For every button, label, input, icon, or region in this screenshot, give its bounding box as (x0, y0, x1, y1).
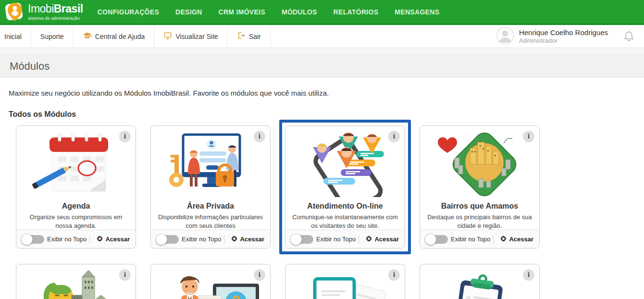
navy-clipboard-green-clip-illustration (420, 264, 539, 299)
exibir-no-topo-toggle[interactable] (22, 235, 44, 244)
gear-icon (231, 236, 237, 243)
module-footer: Exibir no Topo Acessar (285, 230, 405, 248)
main-menu: CONFIGURAÇÕES DESIGN CRM IMÓVEIS MÓDULOS… (98, 8, 440, 16)
modules-grid-row-1: i (16, 125, 545, 249)
module-title: Agenda (16, 202, 136, 211)
calendar-with-pencil-illustration (16, 126, 136, 197)
user-role: Administrador (519, 37, 608, 44)
toggle-label: Exibir no Topo (313, 236, 359, 243)
module-description: Destaque os principais bairros de sua ci… (420, 211, 539, 230)
info-icon[interactable]: i (388, 131, 400, 142)
page-title-band: Módulos (0, 55, 644, 77)
toggle-label: Exibir no Topo (448, 236, 493, 243)
module-card-atendimento-online: i (285, 125, 405, 249)
acessar-link[interactable]: Acessar (359, 236, 399, 243)
menu-item-mensagens[interactable]: MENSAGENS (395, 8, 439, 16)
module-footer: Exibir no Topo Acessar (420, 230, 539, 248)
page-intro: Maximize seu negócio utilizando os Módul… (9, 89, 644, 97)
toggle-label: Exibir no Topo (44, 236, 89, 243)
monitor-icon (163, 31, 172, 41)
module-description: Comunique-se instantaneamente com os vis… (285, 211, 405, 230)
man-paper-stack-secure-monitor-illustration (151, 264, 270, 299)
info-icon[interactable]: i (254, 131, 265, 142)
module-card-area-privada: i (150, 125, 271, 249)
highlight-outline: i (279, 120, 411, 254)
user-name: Henrique Coelho Rodrigues (519, 28, 608, 37)
acessar-link[interactable]: Acessar (90, 236, 130, 243)
module-footer: Exibir no Topo Acessar (16, 230, 136, 248)
module-card-agenda: i (16, 125, 136, 249)
menu-item-configuracoes[interactable]: CONFIGURAÇÕES (98, 8, 159, 16)
module-description: Organize seus compromissos em nossa agen… (16, 211, 136, 230)
secondary-toolbar: Inicial Suporte Central de Ajuda Visuali… (0, 25, 644, 48)
toolbar-item-inicial[interactable]: Inicial (0, 25, 31, 48)
modules-page-content: Maximize seu negócio utilizando os Módul… (0, 77, 644, 299)
gear-icon (366, 236, 372, 243)
page-gap (0, 48, 644, 55)
top-navbar: ImobiBrasil sistema de administração CON… (0, 0, 644, 25)
info-icon[interactable]: i (523, 131, 534, 142)
info-icon[interactable]: i (119, 269, 131, 281)
page-title: Módulos (10, 60, 50, 73)
heart-isometric-city-illustration (420, 126, 539, 197)
graduation-cap-icon (83, 31, 92, 42)
modules-grid-row-2: i (16, 264, 545, 299)
phone-chat-people-pins-illustration (285, 126, 405, 197)
exibir-no-topo-toggle[interactable] (291, 235, 313, 244)
avatar (496, 26, 514, 47)
module-card-bairros-que-amamos: i (420, 125, 540, 249)
info-icon[interactable]: i (523, 269, 534, 281)
user-menu[interactable]: Henrique Coelho Rodrigues Administrador (496, 26, 608, 47)
toolbar-item-visualizar-site[interactable]: Visualizar Site (154, 25, 227, 48)
acessar-link[interactable]: Acessar (224, 236, 264, 243)
menu-item-relatorios[interactable]: RELATÓRIOS (334, 8, 379, 16)
mascot-with-city-buildings-illustration (16, 264, 136, 299)
acessar-link[interactable]: Acessar (494, 236, 533, 243)
toolbar-item-suporte[interactable]: Suporte (31, 25, 74, 48)
gear-icon (97, 236, 103, 243)
menu-item-modulos[interactable]: MÓDULOS (282, 8, 317, 16)
notifications-bell-icon[interactable] (622, 30, 635, 43)
logo-wordmark: ImobiBrasil (28, 3, 83, 14)
info-icon[interactable]: i (254, 269, 265, 281)
toolbar-item-central-de-ajuda[interactable]: Central de Ajuda (74, 25, 155, 48)
info-icon[interactable]: i (388, 269, 400, 281)
exibir-no-topo-toggle[interactable] (426, 235, 448, 244)
logout-icon (237, 31, 246, 41)
module-title: Área Privada (151, 202, 270, 211)
module-description: Disponibilize informações particulares c… (151, 211, 270, 230)
module-title: Bairros que Amamos (420, 202, 539, 211)
module-card-partial-1: i (16, 264, 136, 299)
section-title: Todos os Módulos (9, 110, 644, 119)
module-card-partial-4: i (420, 264, 540, 299)
module-card-partial-2: i (150, 264, 271, 299)
logo-pin-icon (5, 2, 24, 22)
toggle-label: Exibir no Topo (179, 236, 224, 243)
module-title: Atendimento On-line (285, 202, 405, 211)
menu-item-design[interactable]: DESIGN (175, 8, 202, 16)
imobibrasil-logo[interactable]: ImobiBrasil sistema de administração (5, 2, 83, 22)
menu-item-crm-imoveis[interactable]: CRM IMÓVEIS (219, 8, 265, 16)
exibir-no-topo-toggle[interactable] (157, 235, 179, 244)
gear-icon (500, 236, 507, 243)
module-footer: Exibir no Topo Acessar (151, 230, 270, 248)
monitor-login-key-padlock-illustration (151, 126, 270, 197)
info-icon[interactable]: i (119, 131, 131, 142)
toolbar-item-sair[interactable]: Sair (228, 25, 271, 48)
module-card-partial-3: i (285, 264, 405, 299)
teal-checklist-green-checks-illustration (285, 264, 405, 299)
logo-tagline: sistema de administração (28, 15, 83, 21)
